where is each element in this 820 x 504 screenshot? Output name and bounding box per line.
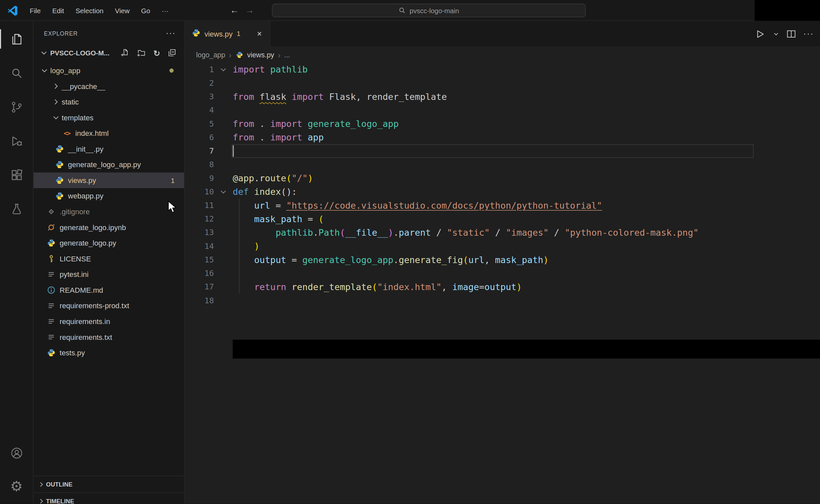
tree-item-tests.py[interactable]: tests.py <box>33 345 184 361</box>
code-line-14[interactable]: 14 ) <box>185 239 820 253</box>
tree-item-generate_logo_app.py[interactable]: generate_logo_app.py <box>33 157 184 173</box>
python-file-icon <box>47 239 55 247</box>
menu-selection[interactable]: Selection <box>70 4 109 17</box>
python-file-icon <box>55 176 64 184</box>
close-icon[interactable]: × <box>254 28 265 39</box>
collapse-all-icon[interactable] <box>168 48 176 57</box>
split-editor-icon[interactable] <box>787 29 796 39</box>
tree-item-label: .gitignore <box>60 207 90 216</box>
run-button[interactable] <box>755 28 766 39</box>
code-line-16[interactable]: 16 <box>185 267 820 280</box>
code-line-2[interactable]: 2 <box>185 76 820 90</box>
editor-more-actions-icon[interactable]: ··· <box>803 29 814 39</box>
tree-item-label: webapp.py <box>68 192 103 200</box>
tree-item-requirements.in[interactable]: requirements.in <box>33 313 184 329</box>
tab-views-py[interactable]: views.py 1 × <box>185 21 270 46</box>
outline-section-header[interactable]: OUTLINE <box>33 476 184 492</box>
activity-explorer-button[interactable] <box>0 22 33 56</box>
tree-item-requirements-prod.txt[interactable]: requirements-prod.txt <box>33 298 184 314</box>
new-folder-icon[interactable] <box>137 48 145 57</box>
forward-arrow-icon[interactable]: → <box>245 5 254 16</box>
line-number: 3 <box>185 92 214 102</box>
breadcrumb-folder[interactable]: logo_app <box>196 51 225 59</box>
code-line-10[interactable]: 10def index(): <box>185 185 820 198</box>
title-bar: FileEditSelectionViewGo··· ← → pvscc-log… <box>0 0 820 21</box>
code-line-9[interactable]: 9@app.route("/") <box>185 171 820 185</box>
code-line-17[interactable]: 17 return render_template("index.html", … <box>185 280 820 294</box>
back-arrow-icon[interactable]: ← <box>230 5 239 16</box>
code-line-3[interactable]: 3from flask import Flask, render_templat… <box>185 90 820 104</box>
explorer-icon <box>10 32 23 46</box>
line-number: 9 <box>185 173 214 183</box>
menu-go[interactable]: Go <box>135 4 156 17</box>
run-dropdown-chevron-icon[interactable] <box>773 31 779 37</box>
fold-chevron-icon[interactable] <box>214 65 232 74</box>
code-line-11[interactable]: 11 url = "https://code.visualstudio.com/… <box>185 198 820 212</box>
code-line-1[interactable]: 1import pathlib <box>185 63 820 76</box>
code-line-15[interactable]: 15 output = generate_logo_app.generate_f… <box>185 253 820 266</box>
refresh-icon[interactable]: ↻ <box>153 49 160 57</box>
menu-view[interactable]: View <box>109 4 135 17</box>
tree-item-views.py[interactable]: views.py1 <box>33 172 184 188</box>
tree-item-label: index.html <box>75 129 108 137</box>
problems-badge: 1 <box>171 176 174 184</box>
tree-item-requirements.txt[interactable]: requirements.txt <box>33 329 184 345</box>
tree-item-pytest.ini[interactable]: pytest.ini <box>33 267 184 282</box>
code-line-6[interactable]: 6from . import app <box>185 131 820 144</box>
code-line-12[interactable]: 12 mask_path = ( <box>185 212 820 226</box>
menu-more[interactable]: ··· <box>156 4 174 17</box>
new-file-icon[interactable] <box>121 48 129 57</box>
timeline-section-header[interactable]: TIMELINE <box>33 492 184 504</box>
license-file-icon <box>47 254 55 263</box>
fold-chevron-icon[interactable] <box>214 188 232 196</box>
editor-group: views.py 1 × ··· <box>185 21 820 504</box>
code-line-4[interactable]: 4 <box>185 104 820 117</box>
menu-file[interactable]: File <box>24 4 46 17</box>
explorer-more-actions-icon[interactable]: ··· <box>166 29 176 38</box>
activity-search-button[interactable] <box>0 56 33 90</box>
command-center-search[interactable]: pvscc-logo-main <box>272 4 586 17</box>
tree-item-generate_logo.ipynb[interactable]: generate_logo.ipynb <box>33 220 184 235</box>
tree-item-templates[interactable]: templates <box>33 110 184 126</box>
tree-item-.gitignore[interactable]: .gitignore <box>33 204 184 220</box>
code-editor[interactable]: 1import pathlib23from flask import Flask… <box>185 63 820 504</box>
code-text: def index(): <box>233 187 297 197</box>
tree-item-__pycache__[interactable]: __pycache__ <box>33 78 184 94</box>
activity-testing-button[interactable] <box>0 192 33 226</box>
line-number: 6 <box>185 133 214 142</box>
activity-run-debug-button[interactable] <box>0 124 33 158</box>
code-line-13[interactable]: 13 pathlib.Path(__file__).parent / "stat… <box>185 226 820 239</box>
workspace-root-row[interactable]: PVSCC-LOGO-M... ↻ <box>33 46 184 60</box>
file-tree: logo_app__pycache__statictemplates<>inde… <box>33 63 184 361</box>
activity-bar-top <box>0 22 33 226</box>
tree-item-__init__.py[interactable]: __init__.py <box>33 141 184 157</box>
tree-item-README.md[interactable]: README.md <box>33 282 184 298</box>
tree-item-webapp.py[interactable]: webapp.py <box>33 188 184 204</box>
activity-extensions-button[interactable] <box>0 158 33 192</box>
tree-item-index.html[interactable]: <>index.html <box>33 126 184 141</box>
activity-settings-button[interactable]: ⚙ <box>0 470 33 504</box>
tree-item-label: requirements.txt <box>60 333 112 341</box>
code-line-7[interactable]: 7 <box>185 144 820 158</box>
text-cursor <box>233 145 234 157</box>
code-line-18[interactable]: 18 <box>185 294 820 307</box>
account-icon <box>10 446 23 460</box>
python-file-icon <box>192 29 200 39</box>
python-file-icon <box>55 145 64 153</box>
run-debug-icon <box>10 134 23 148</box>
tree-item-LICENSE[interactable]: LICENSE <box>33 251 184 267</box>
breadcrumb-file[interactable]: views.py <box>247 51 274 59</box>
tree-item-label: static <box>62 98 79 106</box>
activity-account-button[interactable] <box>0 436 33 470</box>
activity-source-control-button[interactable] <box>0 90 33 124</box>
code-line-5[interactable]: 5from . import generate_logo_app <box>185 117 820 131</box>
tree-item-generate_logo.py[interactable]: generate_logo.py <box>33 235 184 251</box>
tree-item-static[interactable]: static <box>33 94 184 110</box>
tree-item-label: README.md <box>60 286 103 294</box>
code-line-8[interactable]: 8 <box>185 158 820 171</box>
tree-item-label: generate_logo_app.py <box>68 161 141 169</box>
menu-edit[interactable]: Edit <box>46 4 70 17</box>
tree-item-logo_app[interactable]: logo_app <box>33 63 184 78</box>
breadcrumb-symbol[interactable]: ... <box>284 51 290 59</box>
git-file-icon <box>47 207 55 216</box>
